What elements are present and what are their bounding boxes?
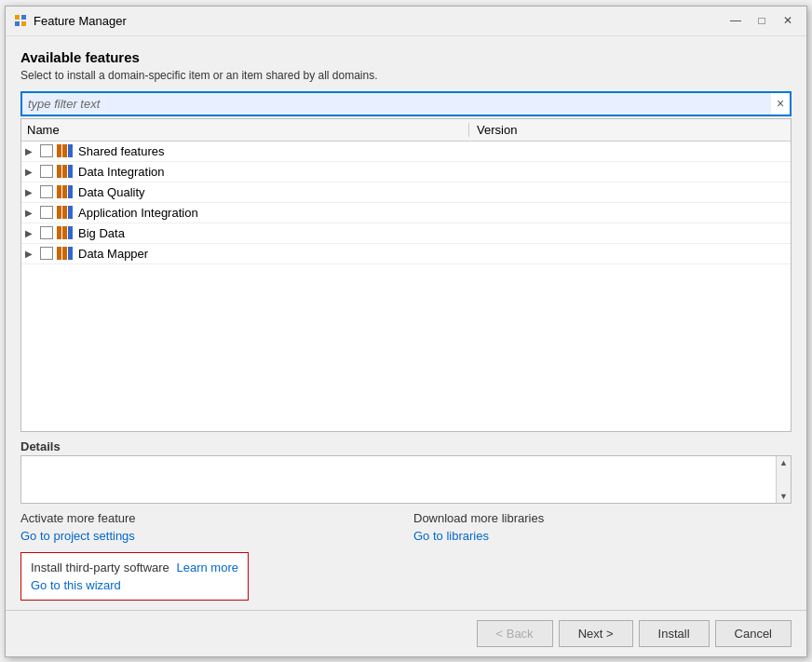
chevron-icon: ▶ (25, 167, 40, 177)
feature-checkbox-5[interactable] (40, 247, 53, 260)
feature-icon-5 (57, 247, 73, 260)
column-extra-header (673, 123, 785, 137)
svg-rect-2 (15, 21, 20, 26)
chevron-icon: ▶ (25, 208, 40, 218)
footer: < Back Next > Install Cancel (6, 610, 806, 656)
maximize-button[interactable]: □ (751, 11, 773, 30)
details-label: Details (20, 439, 792, 453)
feature-name-5: Data Mapper (78, 247, 787, 261)
details-section: Details ▲ ▼ (20, 439, 792, 504)
minimize-button[interactable]: — (724, 11, 747, 30)
svg-rect-1 (21, 15, 26, 20)
page-description: Select to install a domain-specific item… (20, 69, 792, 82)
chevron-icon: ▶ (25, 146, 40, 156)
table-header: Name Version (21, 119, 791, 142)
chevron-icon: ▶ (25, 228, 40, 238)
next-button[interactable]: Next > (559, 620, 633, 647)
details-box: ▲ ▼ (20, 455, 792, 504)
feature-name-3: Application Integration (78, 206, 787, 220)
goto-libraries-link[interactable]: Go to libraries (413, 529, 489, 543)
scroll-up-arrow[interactable]: ▲ (778, 456, 791, 469)
feature-checkbox-2[interactable] (40, 185, 53, 198)
table-row[interactable]: ▶ Shared features (21, 142, 791, 162)
feature-checkbox-1[interactable] (40, 165, 53, 178)
table-row[interactable]: ▶ Data Mapper (21, 244, 791, 264)
feature-icon-4 (57, 226, 73, 239)
table-row[interactable]: ▶ Data Quality (21, 182, 791, 203)
column-name-header: Name (27, 123, 468, 137)
window-icon (13, 13, 28, 28)
table-row[interactable]: ▶ Application Integration (21, 203, 791, 223)
feature-icon-1 (57, 165, 73, 178)
window-title: Feature Manager (34, 14, 724, 28)
install-button[interactable]: Install (639, 620, 710, 647)
svg-rect-3 (21, 21, 26, 26)
activate-download-section: Activate more feature Go to project sett… (20, 511, 792, 543)
third-party-box: Install third-party software Learn more … (20, 552, 249, 601)
features-table: Name Version ▶ Shared features ▶ (20, 118, 792, 432)
third-party-text: Install third-party software Learn more (31, 561, 238, 574)
activate-col: Activate more feature Go to project sett… (20, 511, 399, 543)
chevron-icon: ▶ (25, 249, 40, 259)
feature-checkbox-3[interactable] (40, 206, 53, 219)
feature-name-2: Data Quality (78, 185, 787, 199)
table-row[interactable]: ▶ Big Data (21, 223, 791, 244)
filter-row: × (20, 91, 792, 116)
title-bar: Feature Manager — □ ✕ (6, 7, 806, 36)
svg-rect-0 (15, 15, 20, 20)
page-title: Available features (20, 49, 792, 65)
feature-icon-3 (57, 206, 73, 219)
goto-project-settings-link[interactable]: Go to project settings (20, 529, 135, 543)
column-version-header: Version (468, 123, 673, 137)
feature-checkbox-0[interactable] (40, 144, 53, 157)
main-content: Available features Select to install a d… (6, 36, 806, 610)
feature-name-4: Big Data (78, 226, 787, 240)
close-button[interactable]: ✕ (777, 11, 799, 30)
third-party-section: Install third-party software Learn more … (20, 552, 792, 610)
goto-wizard-link[interactable]: Go to this wizard (31, 578, 121, 592)
table-row[interactable]: ▶ Data Integration (21, 162, 791, 182)
feature-checkbox-4[interactable] (40, 226, 53, 239)
feature-icon-2 (57, 185, 73, 198)
feature-name-1: Data Integration (78, 165, 787, 179)
learn-more-link[interactable]: Learn more (176, 561, 237, 574)
download-col: Download more libraries Go to libraries (413, 511, 792, 543)
filter-input[interactable] (22, 93, 771, 115)
details-scrollbar[interactable]: ▲ ▼ (776, 456, 791, 503)
feature-manager-window: Feature Manager — □ ✕ Available features… (5, 6, 807, 657)
title-bar-controls: — □ ✕ (724, 11, 799, 30)
feature-name-0: Shared features (78, 144, 787, 158)
chevron-icon: ▶ (25, 187, 40, 197)
activate-title: Activate more feature (20, 511, 399, 525)
cancel-button[interactable]: Cancel (715, 620, 792, 647)
filter-clear-button[interactable]: × (771, 94, 790, 113)
back-button[interactable]: < Back (477, 620, 553, 647)
download-title: Download more libraries (413, 511, 792, 525)
third-party-label: Install third-party software (31, 561, 169, 574)
feature-icon-0 (57, 144, 73, 157)
scroll-down-arrow[interactable]: ▼ (778, 490, 791, 503)
